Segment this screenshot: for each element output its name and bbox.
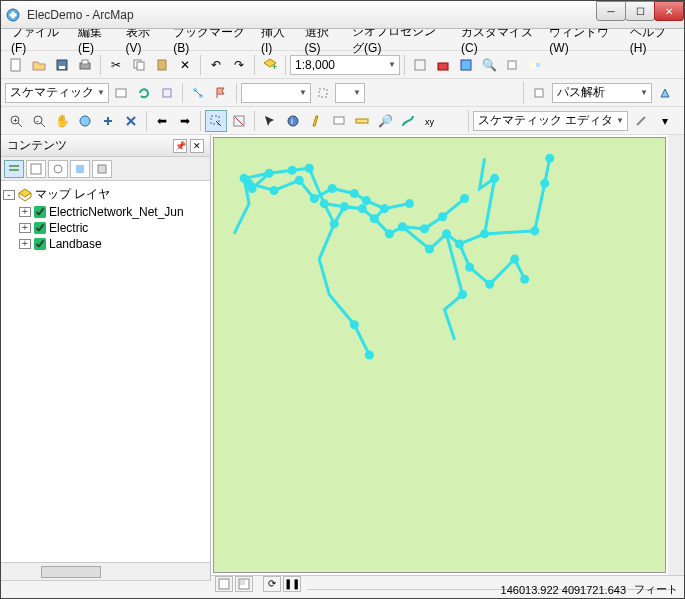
map-vertical-scrollbar[interactable] <box>668 135 684 575</box>
scale-combo[interactable]: 1:8,000 <box>290 55 400 75</box>
paste-button[interactable] <box>151 54 173 76</box>
na-solve-icon[interactable] <box>654 82 676 104</box>
svg-point-75 <box>510 255 519 264</box>
next-extent-icon[interactable]: ➡ <box>174 110 196 132</box>
svg-rect-21 <box>319 89 327 97</box>
select-features-icon[interactable] <box>205 110 227 132</box>
svg-rect-16 <box>116 89 126 97</box>
toolbox-icon[interactable] <box>432 54 454 76</box>
svg-point-70 <box>460 194 469 203</box>
pause-drawing-button[interactable]: ❚❚ <box>283 576 301 592</box>
svg-line-20 <box>195 90 201 96</box>
close-button[interactable]: ✕ <box>654 1 684 21</box>
add-data-button[interactable]: + <box>259 54 281 76</box>
expand-icon[interactable]: - <box>3 190 15 200</box>
catalog-icon[interactable] <box>455 54 477 76</box>
svg-rect-13 <box>508 61 516 69</box>
layer-visibility-checkbox[interactable] <box>34 206 46 218</box>
schematic-flags-icon[interactable] <box>210 82 232 104</box>
maximize-button[interactable]: ☐ <box>625 1 655 21</box>
toc-panel: コンテンツ 📌 ✕ - マップ レイヤ + ElectricNetwork_Ne… <box>1 135 211 580</box>
html-popup-icon[interactable] <box>328 110 350 132</box>
toc-layer-1[interactable]: + Electric <box>3 220 208 236</box>
model-builder-icon[interactable] <box>524 54 546 76</box>
hyperlink-icon[interactable] <box>305 110 327 132</box>
toc-pin-icon[interactable]: 📌 <box>173 139 187 153</box>
zoom-out-icon[interactable]: - <box>28 110 50 132</box>
toc-title: コンテンツ <box>7 137 67 154</box>
measure-icon[interactable] <box>351 110 373 132</box>
layer-name: ElectricNetwork_Net_Jun <box>49 205 184 219</box>
toc-list-by-visibility[interactable] <box>48 160 68 178</box>
schematic-create-icon[interactable] <box>110 82 132 104</box>
find-route-icon[interactable] <box>397 110 419 132</box>
undo-button[interactable]: ↶ <box>205 54 227 76</box>
expand-icon[interactable]: + <box>19 207 31 217</box>
menubar: ファイル(F) 編集(E) 表示(V) ブックマーク(B) 挿入(I) 選択(S… <box>1 29 684 51</box>
toc-list-by-source[interactable] <box>26 160 46 178</box>
go-to-xy-icon[interactable]: xy <box>420 110 442 132</box>
fixed-zoom-out-icon[interactable] <box>120 110 142 132</box>
na-flag-icon[interactable] <box>528 82 550 104</box>
expand-icon[interactable]: + <box>19 239 31 249</box>
scrollbar-thumb[interactable] <box>41 566 101 578</box>
find-icon[interactable]: 🔎 <box>374 110 396 132</box>
toc-close-icon[interactable]: ✕ <box>190 139 204 153</box>
clear-selection-icon[interactable] <box>228 110 250 132</box>
schematic-select-combo[interactable] <box>241 83 311 103</box>
open-button[interactable] <box>28 54 50 76</box>
data-view-button[interactable] <box>215 576 233 592</box>
toc-root[interactable]: - マップ レイヤ <box>3 185 208 204</box>
full-extent-icon[interactable] <box>74 110 96 132</box>
schematic-tool-combo[interactable] <box>335 83 365 103</box>
pan-icon[interactable]: ✋ <box>51 110 73 132</box>
schematic-layout-icon[interactable] <box>187 82 209 104</box>
svg-point-69 <box>455 239 464 248</box>
layer-visibility-checkbox[interactable] <box>34 238 46 250</box>
refresh-button[interactable]: ⟳ <box>263 576 281 592</box>
copy-button[interactable] <box>128 54 150 76</box>
identify-icon[interactable]: i <box>282 110 304 132</box>
editor-toolbar-icon[interactable] <box>409 54 431 76</box>
toc-layer-2[interactable]: + Landbase <box>3 236 208 252</box>
schematic-generate-icon[interactable] <box>156 82 178 104</box>
toc-horizontal-scrollbar[interactable] <box>1 562 210 580</box>
minimize-button[interactable]: ─ <box>596 1 626 21</box>
svg-rect-22 <box>535 89 543 97</box>
map-view[interactable] <box>213 137 666 573</box>
toc-options[interactable] <box>92 160 112 178</box>
layer-visibility-checkbox[interactable] <box>34 222 46 234</box>
schematic-editor-tool-icon[interactable] <box>630 110 652 132</box>
schematic-label: スケマティック <box>10 84 94 101</box>
new-button[interactable] <box>5 54 27 76</box>
fixed-zoom-in-icon[interactable] <box>97 110 119 132</box>
toc-tree: - マップ レイヤ + ElectricNetwork_Net_Jun + El… <box>1 181 210 562</box>
toc-list-by-drawing-order[interactable] <box>4 160 24 178</box>
svg-rect-12 <box>461 60 471 70</box>
python-icon[interactable] <box>501 54 523 76</box>
schematic-subset-icon[interactable] <box>312 82 334 104</box>
delete-button[interactable]: ✕ <box>174 54 196 76</box>
schematic-editor-combo[interactable]: スケマティック エディタ <box>473 111 628 131</box>
print-button[interactable] <box>74 54 96 76</box>
expand-icon[interactable]: + <box>19 223 31 233</box>
prev-extent-icon[interactable]: ⬅ <box>151 110 173 132</box>
svg-point-57 <box>350 189 359 198</box>
schematic-update-icon[interactable] <box>133 82 155 104</box>
schematic-dropdown[interactable]: スケマティック <box>5 83 109 103</box>
toc-layer-0[interactable]: + ElectricNetwork_Net_Jun <box>3 204 208 220</box>
redo-button[interactable]: ↷ <box>228 54 250 76</box>
schematic-editor-dropdown-icon[interactable]: ▾ <box>654 110 676 132</box>
network-analyst-combo[interactable]: パス解析 <box>552 83 652 103</box>
save-button[interactable] <box>51 54 73 76</box>
svg-point-80 <box>350 320 359 329</box>
svg-point-81 <box>365 350 374 359</box>
svg-point-60 <box>370 214 379 223</box>
zoom-in-icon[interactable]: + <box>5 110 27 132</box>
toc-list-by-selection[interactable] <box>70 160 90 178</box>
svg-point-14 <box>530 62 536 68</box>
search-icon[interactable]: 🔍 <box>478 54 500 76</box>
layout-view-button[interactable] <box>235 576 253 592</box>
cut-button[interactable]: ✂ <box>105 54 127 76</box>
select-elements-icon[interactable] <box>259 110 281 132</box>
